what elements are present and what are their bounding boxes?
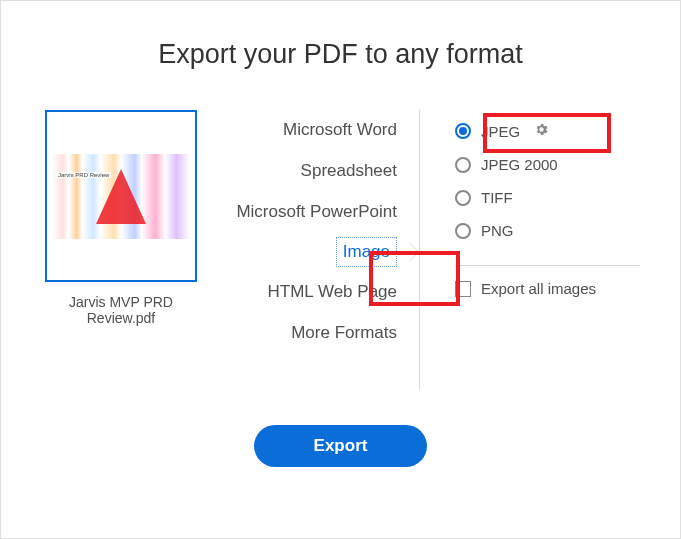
- subformat-png[interactable]: PNG: [455, 214, 640, 247]
- radio-icon: [455, 190, 471, 206]
- subformat-jpeg[interactable]: JPEG: [455, 114, 640, 148]
- divider: [455, 265, 640, 266]
- file-thumbnail[interactable]: Jarvis PRD Review: [45, 110, 197, 282]
- subformat-jpeg-label: JPEG: [481, 123, 520, 140]
- format-microsoft-powerpoint[interactable]: Microsoft PowerPoint: [236, 196, 397, 228]
- subformat-tiff-label: TIFF: [481, 189, 513, 206]
- format-more-formats[interactable]: More Formats: [291, 317, 397, 349]
- format-image-label: Image: [343, 242, 390, 261]
- file-name-label: Jarvis MVP PRD Review.pdf: [41, 294, 201, 326]
- gear-icon[interactable]: [534, 122, 549, 140]
- format-image[interactable]: Image: [336, 237, 397, 267]
- thumbnail-preview: Jarvis PRD Review: [52, 154, 190, 239]
- format-microsoft-word[interactable]: Microsoft Word: [283, 114, 397, 146]
- format-spreadsheet[interactable]: Spreadsheet: [301, 155, 397, 187]
- subformat-jpeg2000-label: JPEG 2000: [481, 156, 558, 173]
- export-button[interactable]: Export: [254, 425, 428, 467]
- format-html-web-page[interactable]: HTML Web Page: [268, 276, 397, 308]
- page-title: Export your PDF to any format: [31, 39, 650, 70]
- export-all-images-label: Export all images: [481, 280, 596, 297]
- radio-icon: [455, 157, 471, 173]
- subformat-tiff[interactable]: TIFF: [455, 181, 640, 214]
- format-list: Microsoft Word Spreadsheet Microsoft Pow…: [231, 110, 420, 390]
- thumb-caption: Jarvis PRD Review: [56, 172, 111, 178]
- subformat-panel: JPEG JPEG 2000 TIFF PNG Export all image: [450, 110, 640, 390]
- subformat-png-label: PNG: [481, 222, 514, 239]
- subformat-jpeg2000[interactable]: JPEG 2000: [455, 148, 640, 181]
- export-all-images-checkbox[interactable]: Export all images: [455, 280, 640, 297]
- radio-icon: [455, 223, 471, 239]
- checkbox-icon: [455, 281, 471, 297]
- selected-arrow-icon: [410, 243, 419, 261]
- radio-icon: [455, 123, 471, 139]
